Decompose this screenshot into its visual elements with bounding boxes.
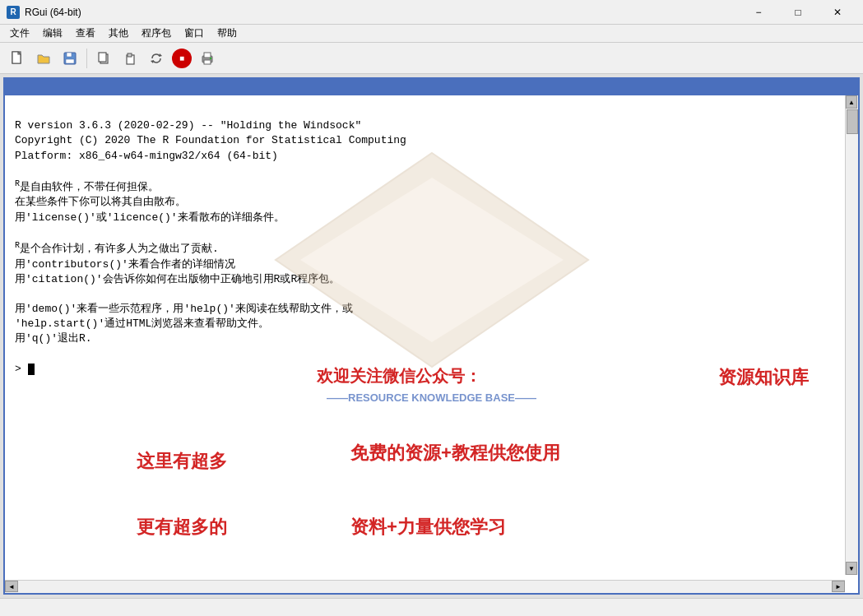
toolbar-print[interactable] <box>195 47 220 70</box>
menu-misc[interactable]: 其他 <box>102 25 135 42</box>
toolbar-new[interactable] <box>5 47 30 70</box>
console-prompt: > <box>15 363 28 375</box>
console-line-helpstart: 'help.start()'通过HTML浏览器来查看帮助文件。 <box>15 317 848 331</box>
app-icon: R <box>7 6 20 19</box>
toolbar-refresh[interactable] <box>144 47 169 70</box>
console-line-blank4 <box>15 287 848 302</box>
svg-rect-2 <box>67 53 72 57</box>
svg-rect-3 <box>66 59 74 63</box>
console-line-blank2 <box>15 164 848 178</box>
console-line-demo: 用'demo()'来看一些示范程序，用'help()'来阅读在线帮助文件，或 <box>15 302 848 317</box>
console-line-quit: 用'q()'退出R. <box>15 331 848 346</box>
restore-button[interactable]: □ <box>779 0 817 25</box>
toolbar: ■ <box>0 43 863 74</box>
console-title-bar: R R Console <box>5 77 858 95</box>
menu-edit[interactable]: 编辑 <box>36 25 69 42</box>
console-line-blank5 <box>15 347 848 362</box>
console-line-license: 用'license()'或'licence()'来看散布的详细条件。 <box>15 211 848 225</box>
minimize-button[interactable]: − <box>740 0 777 25</box>
toolbar-paste[interactable] <box>118 47 142 70</box>
console-line-blank1 <box>15 104 848 118</box>
toolbar-sep1 <box>86 49 87 68</box>
menu-help[interactable]: 帮助 <box>211 25 244 42</box>
console-content[interactable]: R version 3.6.3 (2020-02-29) -- "Holding… <box>5 95 858 593</box>
svg-rect-7 <box>128 53 132 57</box>
toolbar-stop[interactable]: ■ <box>172 49 192 68</box>
title-bar-left: R RGui (64-bit) <box>7 6 81 19</box>
title-bar-controls: − □ ✕ <box>740 0 856 25</box>
status-bar <box>0 598 863 616</box>
console-output: R version 3.6.3 (2020-02-29) -- "Holding… <box>15 104 848 377</box>
main-area: R R Console R version 3.6.3 (2020-02-29)… <box>0 74 863 598</box>
toolbar-open[interactable] <box>31 47 56 70</box>
console-title: R Console <box>25 81 73 92</box>
svg-rect-11 <box>204 53 211 58</box>
console-line-free: R是自由软件，不带任何担保。 <box>15 178 848 196</box>
menu-file[interactable]: 文件 <box>3 25 36 42</box>
toolbar-copy[interactable] <box>91 47 116 70</box>
console-prompt-line: > <box>15 362 848 377</box>
console-line-citation: 用'citation()'会告诉你如何在出版物中正确地引用R或R程序包。 <box>15 272 848 287</box>
menu-view[interactable]: 查看 <box>69 25 102 42</box>
console-line-blank3 <box>15 225 848 240</box>
console-line-contributors: 用'contributors()'来看合作者的详细情况 <box>15 257 848 272</box>
console-line-collab: R是个合作计划，有许多人为之做出了贡献. <box>15 240 848 257</box>
menu-window[interactable]: 窗口 <box>178 25 211 42</box>
toolbar-save[interactable] <box>58 47 82 70</box>
console-line-distribute: 在某些条件下你可以将其自由散布。 <box>15 195 848 210</box>
window-title: RGui (64-bit) <box>25 7 81 18</box>
svg-marker-8 <box>159 53 162 57</box>
console-line-copyright: Copyright (C) 2020 The R Foundation for … <box>15 133 848 148</box>
title-bar: R RGui (64-bit) − □ ✕ <box>0 0 863 25</box>
svg-rect-5 <box>99 53 106 62</box>
menu-packages[interactable]: 程序包 <box>135 25 178 42</box>
close-button[interactable]: ✕ <box>819 0 856 25</box>
svg-point-13 <box>210 57 211 58</box>
console-icon: R <box>10 81 21 92</box>
svg-marker-9 <box>151 60 154 63</box>
svg-rect-12 <box>204 60 211 64</box>
console-line-version: R version 3.6.3 (2020-02-29) -- "Holding… <box>15 118 848 133</box>
console-window[interactable]: R R Console R version 3.6.3 (2020-02-29)… <box>3 77 860 595</box>
menu-bar: 文件 编辑 查看 其他 程序包 窗口 帮助 <box>0 25 863 43</box>
cursor <box>28 364 35 375</box>
console-line-platform: Platform: x86_64-w64-mingw32/x64 (64-bit… <box>15 149 848 164</box>
